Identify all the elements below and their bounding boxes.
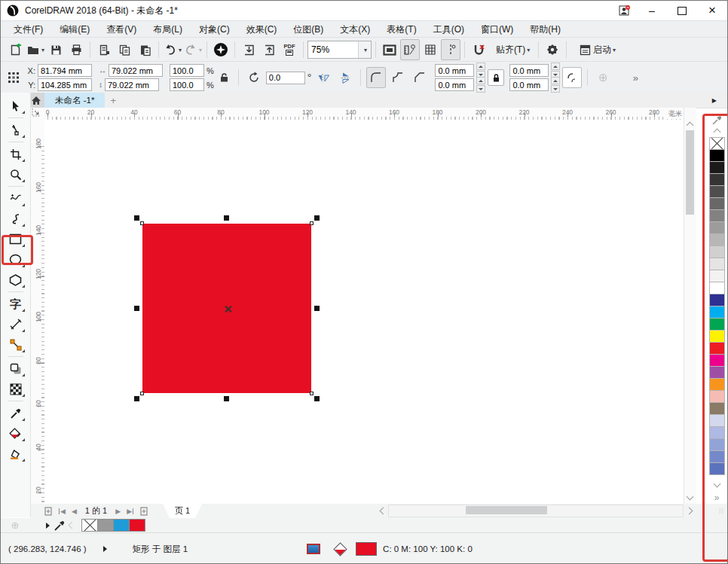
next-page-icon[interactable]: ▶ [113,508,123,515]
selected-rectangle[interactable] [142,224,311,393]
redo-icon[interactable]: ▾ [183,39,203,60]
snap-off-icon[interactable] [469,39,488,60]
cut-icon[interactable] [94,39,114,60]
corner-radius-field-1[interactable] [435,64,474,77]
fill-color-swatch[interactable] [356,542,377,556]
corner-node[interactable] [310,221,314,225]
palette-expand-button[interactable]: » [714,492,720,503]
rectangle-tool[interactable] [5,229,27,249]
palette-color-swatch[interactable] [709,282,725,294]
corner-radius-field-3[interactable] [509,64,549,77]
menu-item[interactable]: 文件(F) [5,21,51,38]
docpalette-color-swatch[interactable] [129,519,145,532]
drop-shadow-tool[interactable] [5,358,27,379]
palette-scroll-up-icon[interactable] [714,126,720,138]
palette-color-swatch[interactable] [709,462,725,475]
palette-color-swatch[interactable] [709,173,725,186]
maximize-button[interactable] [667,1,697,20]
dimension-tool[interactable] [5,314,27,334]
palette-color-swatch[interactable] [709,402,725,415]
palette-color-swatch[interactable] [709,366,725,379]
save-icon[interactable] [46,39,66,60]
fill-indicator-icon[interactable] [333,542,347,556]
menu-item[interactable]: 表格(T) [378,21,424,38]
snap-to-dropdown[interactable]: 贴齐(T)▾ [489,39,534,60]
interactive-fill-tool[interactable] [5,423,27,444]
print-icon[interactable] [66,39,86,60]
palette-color-swatch[interactable] [709,197,725,210]
scroll-up-icon[interactable] [687,123,693,128]
page-tab[interactable]: 页 1 [163,504,202,518]
previous-page-icon[interactable]: ◀ [69,508,79,515]
palette-color-swatch[interactable] [709,258,725,270]
zoom-tool[interactable] [5,164,27,184]
zoom-level-select[interactable]: ▾ [307,41,372,59]
show-rulers-icon[interactable] [400,39,420,60]
palette-color-swatch[interactable] [709,149,725,162]
scroll-down-icon[interactable] [687,494,693,499]
color-eyedropper-tool[interactable] [5,403,27,423]
palette-color-swatch[interactable] [709,270,725,282]
selection-handle-left[interactable] [134,306,139,311]
palette-scroll-down-icon[interactable] [714,477,720,489]
drawing-canvas[interactable] [44,120,684,504]
palette-color-swatch[interactable] [709,414,725,427]
corner-radius-field-4[interactable] [509,78,549,91]
palette-color-swatch[interactable] [709,233,725,246]
pick-tool[interactable] [5,96,27,116]
undo-icon[interactable]: ▾ [163,39,182,60]
palette-color-swatch[interactable] [709,438,725,451]
propbar-overflow-button[interactable]: » [626,67,645,88]
launch-icon[interactable]: 启动▾ [570,39,625,60]
new-document-tab-button[interactable]: + [105,95,121,106]
fullscreen-preview-icon[interactable] [380,39,399,60]
document-palette-scroll-left-icon[interactable] [69,522,76,529]
close-button[interactable]: × [697,1,727,20]
scalloped-corner-icon[interactable] [388,67,408,88]
rotation-angle-field[interactable] [266,72,305,84]
mirror-horizontal-icon[interactable] [314,67,333,88]
freehand-tool[interactable] [5,188,27,209]
options-gear-icon[interactable] [543,39,562,60]
stepper-up[interactable] [476,77,485,84]
import-icon[interactable] [239,39,258,60]
menu-item[interactable]: 工具(O) [425,21,473,38]
palette-color-swatch[interactable] [709,330,725,343]
selection-handle-right[interactable] [314,306,320,311]
horizontal-scroll-thumb[interactable] [466,506,547,514]
corner-node[interactable] [310,392,314,395]
relative-corner-scaling-icon[interactable] [562,67,582,88]
first-page-icon[interactable]: ◀ [57,508,68,515]
color-proof-icon[interactable] [307,544,320,554]
zoom-level-dropdown-icon[interactable]: ▾ [358,41,371,58]
lock-ratio-icon[interactable] [216,69,233,86]
open-icon[interactable]: ▾ [26,39,45,60]
scale-h-field[interactable] [170,64,204,77]
sign-in-icon[interactable] [611,1,637,20]
palette-color-swatch[interactable] [709,318,725,331]
search-content-icon[interactable] [211,39,231,60]
selection-handle-top-left[interactable] [134,215,139,221]
polygon-tool[interactable] [5,270,27,290]
palette-color-swatch[interactable] [709,185,725,198]
tab-scroll-right-icon[interactable]: ▶ [712,97,717,104]
menu-item[interactable]: 文本(X) [332,21,378,38]
corner-radius-field-2[interactable] [435,78,474,91]
menu-item[interactable]: 对象(C) [191,21,238,38]
palette-color-swatch[interactable] [709,161,725,174]
artistic-media-tool[interactable] [5,209,27,229]
edit-corners-together-icon[interactable] [488,69,504,86]
pagebar-splitter[interactable]: ⁞⁞ [719,508,724,515]
add-page-end-icon[interactable] [137,506,151,516]
docpalette-no-color-swatch[interactable] [81,519,98,532]
text-tool[interactable]: 字 [5,294,27,314]
mirror-vertical-icon[interactable] [335,67,355,88]
vertical-scroll-thumb[interactable] [686,130,694,215]
publish-pdf-icon[interactable]: PDF [280,39,299,60]
chamfered-corner-icon[interactable] [410,67,430,88]
stepper-up[interactable] [476,62,485,70]
menu-item[interactable]: 位图(B) [285,21,332,38]
zoom-level-input[interactable] [308,41,358,58]
palette-color-swatch[interactable] [709,426,725,439]
crop-tool[interactable] [5,144,27,164]
